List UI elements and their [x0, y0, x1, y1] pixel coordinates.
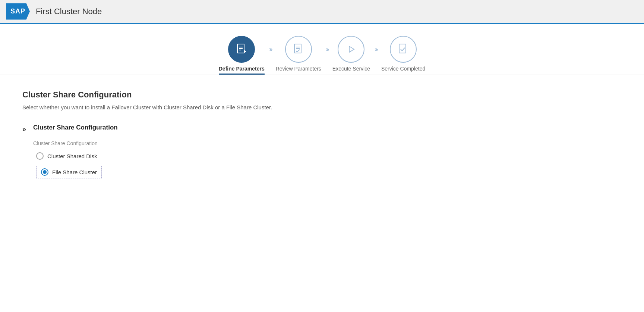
- step-execute-service[interactable]: Execute Service: [332, 36, 370, 75]
- radio-item-file-share-cluster[interactable]: File Share Cluster: [36, 166, 102, 178]
- config-section: » Cluster Share Configuration Cluster Sh…: [22, 124, 622, 178]
- step-separator-1: ›››: [265, 46, 276, 65]
- sap-logo-text: SAP: [10, 7, 25, 15]
- radio-item-cluster-shared-disk[interactable]: Cluster Shared Disk: [36, 152, 622, 160]
- svg-marker-9: [349, 46, 354, 52]
- step-review-parameters[interactable]: Review Parameters: [276, 36, 321, 75]
- document-done-icon: [397, 43, 410, 56]
- radio-button-cluster-shared-disk[interactable]: [36, 152, 44, 160]
- config-section-title: Cluster Share Configuration: [33, 124, 622, 131]
- radio-group-cluster-share: Cluster Shared Disk File Share Cluster: [36, 152, 622, 178]
- sap-logo: SAP: [6, 3, 30, 20]
- step-circle-review-parameters: [285, 36, 312, 63]
- step-circle-execute-service: [338, 36, 364, 63]
- config-content: Cluster Share Configuration Cluster Shar…: [33, 124, 622, 178]
- play-icon: [344, 43, 358, 56]
- radio-button-file-share-cluster[interactable]: [41, 168, 48, 176]
- step-label-define-parameters: Define Parameters: [219, 66, 265, 75]
- step-label-review-parameters: Review Parameters: [276, 66, 321, 75]
- step-separator-3: ›››: [370, 46, 381, 65]
- app-header: SAP First Cluster Node: [0, 0, 644, 24]
- svg-rect-10: [399, 44, 406, 53]
- document-check-icon: [292, 43, 305, 56]
- app-title: First Cluster Node: [36, 7, 102, 16]
- step-label-execute-service: Execute Service: [332, 66, 370, 75]
- config-field-label: Cluster Share Configuration: [33, 140, 622, 146]
- radio-inner-dot: [43, 170, 47, 174]
- wizard-steps: Define Parameters ››› Review Parameters …: [0, 24, 644, 75]
- document-add-icon: [235, 43, 248, 56]
- page-title: Cluster Share Configuration: [22, 90, 622, 100]
- section-arrow-icon: »: [22, 125, 24, 133]
- radio-label-file-share-cluster: File Share Cluster: [52, 169, 97, 175]
- step-circle-define-parameters: [228, 36, 255, 63]
- step-circle-service-completed: [390, 36, 417, 63]
- step-define-parameters[interactable]: Define Parameters: [219, 36, 265, 75]
- step-separator-2: ›››: [321, 46, 332, 65]
- main-content: Define Parameters ››› Review Parameters …: [0, 24, 644, 312]
- page-content: Cluster Share Configuration Select wheth…: [0, 75, 644, 193]
- step-label-service-completed: Service Completed: [381, 66, 425, 75]
- page-description: Select whether you want to install a Fai…: [22, 104, 622, 110]
- step-service-completed[interactable]: Service Completed: [381, 36, 425, 75]
- radio-label-cluster-shared-disk: Cluster Shared Disk: [47, 153, 97, 159]
